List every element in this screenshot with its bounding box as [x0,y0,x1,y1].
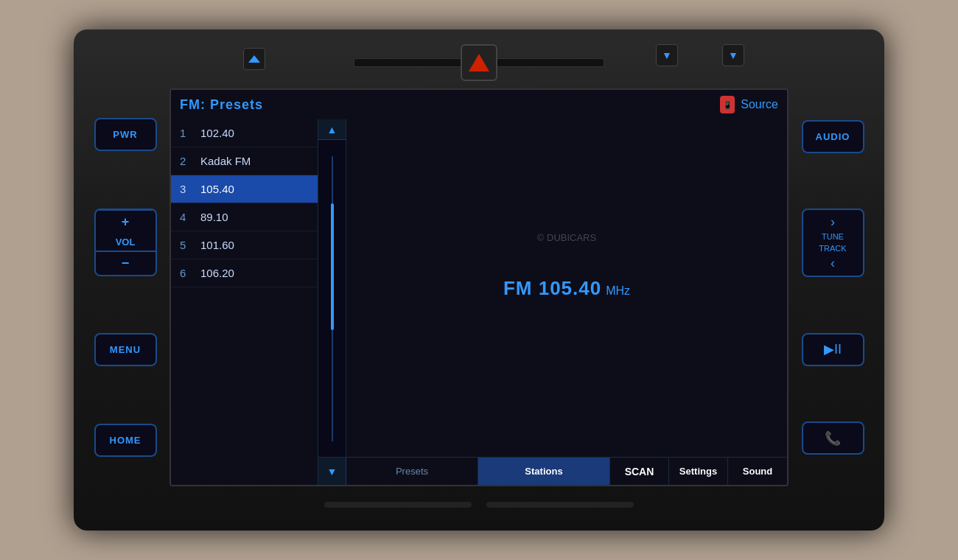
tab-scan[interactable]: SCAN [610,458,669,485]
frequency-display: FM 105.40 [503,277,601,300]
tab-stations-label: Stations [525,466,562,477]
phone-icon: 📱 [720,96,735,113]
screen-right-top: ▲ © DUBICARS FM 105.40 MHz [318,119,787,457]
bottom-tabs: ▼ Presets Stations SCAN Settings [318,457,787,485]
hazard-button[interactable] [461,44,497,81]
car-panel: ▼ ▼ PWR + VOL − MENU HOME FM: Presets 📱 [74,29,884,531]
signal-track-active [331,203,334,330]
vol-minus-button[interactable]: − [96,251,155,275]
freq-unit: MHz [606,284,630,298]
preset-item-1[interactable]: 1 102.40 [171,119,318,147]
freq-display: © DUBICARS FM 105.40 MHz [346,119,787,457]
vol-plus-button[interactable]: + [96,210,155,234]
preset-num-3: 3 [180,183,192,195]
screen-title: FM: Presets [180,97,263,113]
eject-icon [248,55,260,63]
phone-call-icon: 📞 [825,430,841,447]
tab-scan-label: SCAN [625,466,654,477]
vol-group: + VOL − [94,209,157,276]
tab-presets-label: Presets [396,466,428,477]
audio-button[interactable]: AUDIO [802,120,864,153]
left-controls: PWR + VOL − MENU HOME [81,88,169,486]
tab-settings[interactable]: Settings [669,458,728,485]
pwr-button[interactable]: PWR [94,118,157,151]
phone-call-button[interactable]: 📞 [802,421,864,455]
bottom-vent-left [324,502,472,508]
preset-num-6: 6 [180,267,192,279]
tune-prev-button[interactable]: ‹ [831,256,835,271]
preset-num-5: 5 [180,239,192,251]
tune-track-group: › TUNETRACK ‹ [802,209,864,277]
preset-item-2[interactable]: 2 Kadak FM [171,147,318,175]
menu-button[interactable]: MENU [94,333,157,366]
vol-label: VOL [96,234,155,251]
screen-inner: 1 102.40 2 Kadak FM 3 105.40 4 89.10 [171,119,787,485]
tune-label: TUNETRACK [819,231,846,254]
screen-right: ▲ © DUBICARS FM 105.40 MHz [318,119,787,485]
preset-item-5[interactable]: 5 101.60 [171,231,318,259]
play-pause-button[interactable]: ▶II [802,333,864,366]
screen: FM: Presets 📱 Source 1 102.40 [169,88,789,486]
tune-next-button[interactable]: › [831,214,835,230]
source-button[interactable]: 📱 Source [720,96,778,113]
top-bar: ▼ ▼ [81,37,877,88]
preset-num-1: 1 [180,127,192,139]
preset-freq-2: Kadak FM [200,155,251,167]
preset-freq-5: 101.60 [200,239,234,251]
signal-track [318,140,346,457]
hazard-icon [469,54,489,71]
main-area: PWR + VOL − MENU HOME FM: Presets 📱 Sour… [81,88,877,486]
screen-header: FM: Presets 📱 Source [171,90,787,119]
preset-num-2: 2 [180,155,192,167]
tab-sound[interactable]: Sound [728,458,787,485]
tab-sound-label: Sound [743,466,772,477]
bottom-vent-right [486,502,634,508]
scroll-down-button[interactable]: ▼ [318,458,346,485]
bottom-panel [81,486,877,523]
nav-arrows: ▼ ▼ [656,44,744,66]
eject-button[interactable] [243,48,265,70]
tab-settings-label: Settings [679,466,717,477]
preset-freq-3: 105.40 [200,183,234,195]
preset-item-6[interactable]: 6 106.20 [171,259,318,287]
watermark: © DUBICARS [537,232,596,243]
tab-presets[interactable]: Presets [346,458,478,485]
signal-area: ▲ [318,119,346,457]
right-controls: AUDIO › TUNETRACK ‹ ▶II 📞 [789,88,877,486]
preset-item-4[interactable]: 4 89.10 [171,203,318,231]
preset-num-4: 4 [180,211,192,223]
signal-scroll-up[interactable]: ▲ [318,119,346,140]
preset-freq-1: 102.40 [200,127,234,139]
preset-list: 1 102.40 2 Kadak FM 3 105.40 4 89.10 [171,119,318,485]
preset-freq-4: 89.10 [200,211,228,223]
home-button[interactable]: HOME [94,424,157,457]
source-label: Source [741,98,778,111]
preset-item-3[interactable]: 3 105.40 [171,175,318,203]
preset-freq-6: 106.20 [200,267,234,279]
tab-stations[interactable]: Stations [478,458,610,485]
nav-down-arrow[interactable]: ▼ [656,44,678,66]
nav-down-arrow-2[interactable]: ▼ [722,44,744,66]
play-pause-icon: ▶II [824,341,842,357]
